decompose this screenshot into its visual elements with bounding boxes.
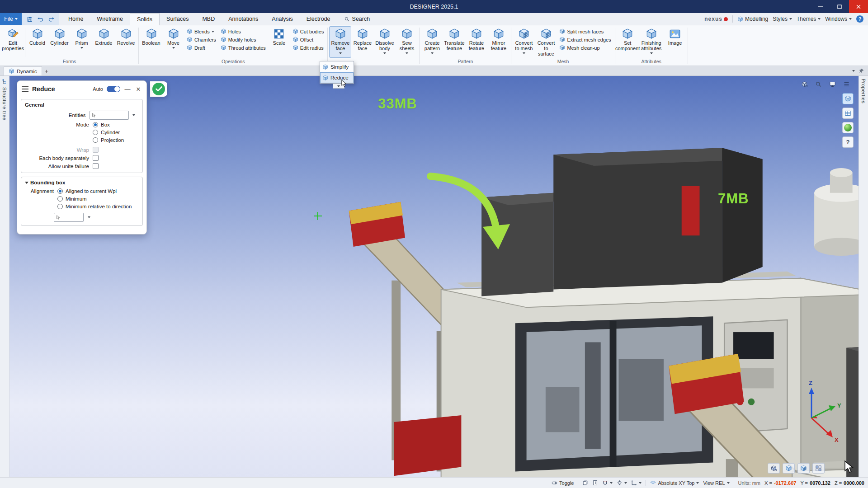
direction-dropdown-button[interactable] [85,213,93,222]
set-component-button[interactable]: Set component [617,26,639,58]
alignment-radio-direction[interactable] [57,204,63,209]
rotate-feature-button[interactable]: Rotate feature [465,26,487,58]
blends-button[interactable]: Blends [185,28,217,35]
copy-graphics-button[interactable] [582,480,588,486]
thread-attributes-button[interactable]: Thread attributes [219,44,267,51]
edit-properties-button[interactable]: Edit properties [2,26,24,58]
styles-menu[interactable]: Styles [773,16,792,22]
autocursor-button[interactable] [617,480,627,486]
convert-to-surface-button[interactable]: Convert to surface [535,26,557,58]
extract-mesh-edges-button[interactable]: Extract mesh edges [558,36,612,43]
panel-close-button[interactable]: ✕ [135,86,142,93]
mode-radio-cylinder[interactable] [93,130,98,135]
move-button[interactable]: Move [162,26,184,58]
tab-mbd[interactable]: MBD [195,13,222,25]
windows-menu[interactable]: Windows [825,16,852,22]
display-mode-button[interactable] [827,79,838,89]
finishing-attributes-button[interactable]: Finishing attributes [639,26,664,58]
document-tab-dynamic[interactable]: Dynamic [4,66,42,75]
chevron-down-icon[interactable] [852,70,855,72]
collapse-triangle-icon[interactable] [25,182,28,184]
mirror-feature-button[interactable]: Mirror feature [487,26,509,58]
undo-button[interactable] [35,14,45,24]
file-menu-button[interactable]: File [0,13,22,25]
redo-button[interactable] [46,14,56,24]
shaded-view-button[interactable] [842,93,854,104]
allow-unite-checkbox[interactable] [93,163,99,169]
offset-button[interactable]: Offset [291,36,326,43]
prism-button[interactable]: Prism [71,26,93,58]
tab-home[interactable]: Home [61,13,90,25]
sheet-button[interactable] [592,480,598,486]
cuboid-button[interactable]: Cuboid [26,26,48,58]
modify-holes-button[interactable]: Modify holes [219,36,267,43]
entities-dropdown-button[interactable] [130,111,138,120]
view-list-button[interactable] [841,79,852,89]
chamfers-button[interactable]: Chamfers [185,36,217,43]
toggle-control[interactable]: Toggle [552,480,574,486]
viewport-3d[interactable]: Structure tree Properties [0,76,868,477]
maximize-button[interactable] [830,0,849,13]
mesh-view-button[interactable] [797,463,810,474]
replace-face-button[interactable]: Replace face [351,26,373,58]
tab-wireframe[interactable]: Wireframe [90,13,130,25]
revolve-button[interactable]: Revolve [115,26,137,58]
panel-minimize-button[interactable]: — [124,86,131,93]
tab-search[interactable]: Search [337,13,377,25]
hamburger-menu-icon[interactable] [22,86,28,92]
translate-feature-button[interactable]: Translate feature [443,26,465,58]
cube-view-button[interactable] [783,463,795,474]
mode-radio-projection[interactable] [93,137,98,143]
themes-menu[interactable]: Themes [797,16,821,22]
alignment-radio-wpl[interactable] [57,188,63,194]
create-pattern-button[interactable]: Create pattern [421,26,443,58]
scale-button[interactable]: Scale [268,26,290,58]
tab-solids[interactable]: Solids [130,13,160,25]
modelling-menu[interactable]: Modelling [737,16,768,22]
remove-face-button[interactable]: Remove face [329,26,351,58]
properties-rail[interactable]: Properties [859,76,868,477]
confirm-button[interactable] [152,83,165,95]
tab-electrode[interactable]: Electrode [300,13,337,25]
auto-toggle[interactable] [107,86,120,92]
draft-button[interactable]: Draft [185,44,217,51]
menu-item-reduce[interactable]: Reduce [320,72,354,83]
tab-analysis[interactable]: Analysis [265,13,300,25]
pin-icon[interactable] [859,68,864,74]
each-body-checkbox[interactable] [93,155,99,161]
dissolve-body-button[interactable]: Dissolve body [373,26,396,58]
entities-input[interactable] [90,111,129,120]
tab-annotations[interactable]: Annotations [222,13,265,25]
zoom-view-button[interactable] [813,79,824,89]
axes-button[interactable] [631,480,642,486]
split-mesh-faces-button[interactable]: Split mesh faces [558,28,612,35]
convert-to-mesh-button[interactable]: Convert to mesh [513,26,535,58]
material-button[interactable] [842,122,854,133]
layers-table-button[interactable] [842,108,854,119]
context-help-button[interactable]: ? [842,136,854,148]
alignment-radio-minimum[interactable] [57,196,63,202]
grid-views-button[interactable] [812,463,825,474]
save-button[interactable] [24,14,34,24]
snap-settings-button[interactable] [602,480,613,486]
edit-radius-button[interactable]: Edit radius [291,44,326,51]
direction-input[interactable] [54,213,84,222]
boolean-button[interactable]: Boolean [140,26,162,58]
extrude-button[interactable]: Extrude [93,26,115,58]
cut-bodies-button[interactable]: Cut bodies [291,28,326,35]
help-button[interactable]: ? [856,15,863,23]
tab-surfaces[interactable]: Surfaces [160,13,195,25]
holes-button[interactable]: Holes [219,28,267,35]
mesh-cleanup-button[interactable]: Mesh clean-up [558,44,612,51]
image-button[interactable]: Image [664,26,686,58]
isometric-view-button[interactable] [768,463,780,474]
view-cube-button[interactable] [799,79,810,89]
workplane-selector[interactable]: Absolute XY Top [650,480,699,486]
menu-item-simplify[interactable]: Simplify [320,61,354,72]
new-document-button[interactable]: + [42,66,51,75]
close-button[interactable] [849,0,868,13]
sew-sheets-button[interactable]: Sew sheets [396,26,418,58]
view-selector[interactable]: View REL [703,480,729,486]
structure-tree-rail[interactable]: Structure tree [0,76,9,477]
minimize-button[interactable] [811,0,830,13]
